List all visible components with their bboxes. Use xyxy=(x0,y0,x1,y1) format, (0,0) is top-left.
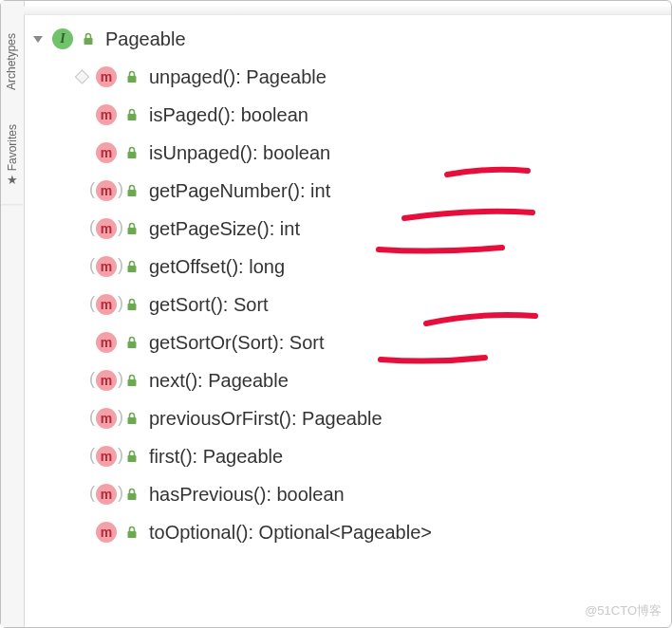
lock-icon xyxy=(124,107,140,122)
svg-rect-5 xyxy=(128,228,137,234)
svg-rect-8 xyxy=(128,342,137,348)
method-signature: getPageSize(): int xyxy=(149,218,300,240)
lock-icon xyxy=(124,145,140,160)
method-signature: getSort(): Sort xyxy=(149,294,269,316)
lock-icon xyxy=(124,525,140,540)
svg-rect-1 xyxy=(128,76,137,83)
method-icon-letter: m xyxy=(101,525,112,540)
tree-node-method[interactable]: misPaged(): boolean xyxy=(96,96,665,134)
lock-icon xyxy=(124,259,140,274)
svg-rect-4 xyxy=(128,190,137,196)
expand-arrow-icon[interactable] xyxy=(33,36,43,43)
tree-node-method[interactable]: mtoOptional(): Optional<Pageable> xyxy=(96,513,665,551)
lock-icon xyxy=(124,487,140,502)
method-icon: m xyxy=(96,180,117,201)
method-icon-letter: m xyxy=(101,221,112,236)
method-icon-letter: m xyxy=(101,335,112,350)
tree-node-method[interactable]: mnext(): Pageable xyxy=(96,361,665,399)
panel-top-divider xyxy=(24,7,671,15)
structure-panel: Archetypes ★Favorites I Pageable munpage… xyxy=(0,0,672,628)
method-icon-letter: m xyxy=(101,297,112,312)
method-icon-letter: m xyxy=(101,373,112,388)
lock-icon xyxy=(81,31,96,46)
method-icon: m xyxy=(96,484,117,505)
svg-rect-12 xyxy=(128,493,137,500)
method-icon-letter: m xyxy=(101,107,112,122)
svg-rect-0 xyxy=(84,38,93,45)
method-icon: m xyxy=(96,294,117,315)
method-signature: next(): Pageable xyxy=(149,370,289,392)
svg-rect-9 xyxy=(128,379,137,386)
side-tab-favorites-label: Favorites xyxy=(6,124,19,171)
tree-node-method[interactable]: mgetSort(): Sort xyxy=(96,286,665,323)
tree-node-method[interactable]: mgetPageSize(): int xyxy=(96,210,665,248)
svg-rect-10 xyxy=(128,417,137,424)
method-icon: m xyxy=(96,104,117,125)
tree-node-method[interactable]: mhasPrevious(): boolean xyxy=(96,475,665,513)
side-tab-favorites[interactable]: ★Favorites xyxy=(1,107,23,205)
tree-content: I Pageable munpaged(): PageablemisPaged(… xyxy=(29,20,665,621)
side-tab-strip: Archetypes ★Favorites xyxy=(1,1,25,627)
method-signature: unpaged(): Pageable xyxy=(149,66,327,88)
method-list: munpaged(): PageablemisPaged(): booleanm… xyxy=(29,58,665,551)
method-icon: m xyxy=(96,332,117,353)
method-signature: toOptional(): Optional<Pageable> xyxy=(149,522,432,544)
method-icon: m xyxy=(96,446,117,467)
method-icon: m xyxy=(96,256,117,277)
override-gutter-icon[interactable] xyxy=(75,69,90,84)
method-signature: previousOrFirst(): Pageable xyxy=(149,408,383,430)
method-icon: m xyxy=(96,408,117,429)
method-icon-letter: m xyxy=(101,487,112,502)
tree-node-method[interactable]: mpreviousOrFirst(): Pageable xyxy=(96,399,665,437)
star-icon: ★ xyxy=(5,173,19,187)
method-icon-letter: m xyxy=(101,259,112,274)
method-icon: m xyxy=(96,522,117,543)
method-icon: m xyxy=(96,142,117,163)
svg-rect-11 xyxy=(128,455,137,462)
method-signature: getPageNumber(): int xyxy=(149,180,330,202)
tree-node-method[interactable]: misUnpaged(): boolean xyxy=(96,134,665,172)
svg-rect-3 xyxy=(128,152,137,158)
svg-rect-2 xyxy=(128,114,137,120)
method-icon: m xyxy=(96,218,117,239)
interface-icon-letter: I xyxy=(60,31,65,46)
method-signature: isPaged(): boolean xyxy=(149,104,308,126)
method-icon-letter: m xyxy=(101,69,112,84)
method-icon: m xyxy=(96,370,117,391)
tree-node-method[interactable]: mgetPageNumber(): int xyxy=(96,172,665,210)
lock-icon xyxy=(124,373,140,388)
interface-name: Pageable xyxy=(105,28,186,50)
method-icon-letter: m xyxy=(101,411,112,426)
lock-icon xyxy=(124,411,140,426)
tree-node-method[interactable]: mgetSortOr(Sort): Sort xyxy=(96,323,665,361)
tree-node-method[interactable]: mgetOffset(): long xyxy=(96,248,665,286)
watermark-text: @51CTO博客 xyxy=(585,602,662,619)
lock-icon xyxy=(124,183,140,198)
method-signature: first(): Pageable xyxy=(149,446,283,468)
lock-icon xyxy=(124,335,140,350)
tree-node-interface-pageable[interactable]: I Pageable xyxy=(33,20,665,58)
method-signature: getOffset(): long xyxy=(149,256,285,278)
interface-icon: I xyxy=(52,28,73,49)
method-icon-letter: m xyxy=(101,183,112,198)
svg-rect-7 xyxy=(128,304,137,310)
method-signature: isUnpaged(): boolean xyxy=(149,142,330,164)
lock-icon xyxy=(124,221,140,236)
side-tab-archetypes[interactable]: Archetypes xyxy=(1,16,22,107)
lock-icon xyxy=(124,69,140,84)
method-signature: hasPrevious(): boolean xyxy=(149,484,345,506)
svg-rect-6 xyxy=(128,266,137,272)
svg-rect-13 xyxy=(128,531,137,538)
method-icon: m xyxy=(96,66,117,87)
lock-icon xyxy=(124,297,140,312)
method-signature: getSortOr(Sort): Sort xyxy=(149,332,325,354)
lock-icon xyxy=(124,449,140,464)
tree-node-method[interactable]: munpaged(): Pageable xyxy=(96,58,665,96)
method-icon-letter: m xyxy=(101,145,112,160)
method-icon-letter: m xyxy=(101,449,112,464)
tree-node-method[interactable]: mfirst(): Pageable xyxy=(96,437,665,475)
